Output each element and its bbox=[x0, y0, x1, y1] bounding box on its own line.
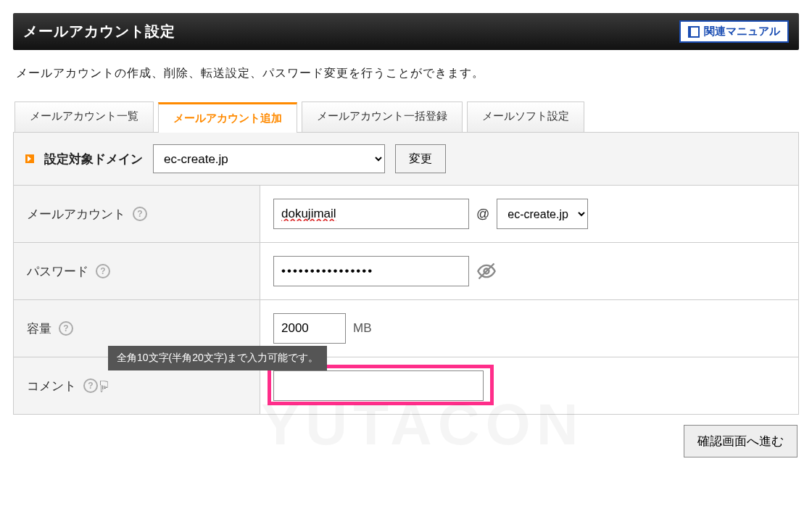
row-password: パスワード ? bbox=[14, 243, 798, 300]
target-domain-select[interactable]: ec-create.jp bbox=[153, 144, 385, 173]
comment-label: コメント bbox=[27, 378, 76, 394]
page-description: メールアカウントの作成、削除、転送設定、パスワード変更を行うことができます。 bbox=[13, 50, 799, 102]
tab-bar: メールアカウント一覧 メールアカウント追加 メールアカウント一括登録 メールソフ… bbox=[13, 102, 799, 133]
tab-mail-software[interactable]: メールソフト設定 bbox=[467, 102, 584, 132]
row-mail-account: メールアカウント ? @ ec-create.jp bbox=[14, 186, 798, 243]
tab-account-list[interactable]: メールアカウント一覧 bbox=[14, 102, 154, 132]
comment-input[interactable] bbox=[273, 370, 484, 401]
target-domain-row: 設定対象ドメイン ec-create.jp 変更 bbox=[14, 133, 798, 186]
visibility-off-icon[interactable] bbox=[476, 261, 497, 281]
help-icon[interactable]: ? bbox=[59, 321, 73, 336]
form-footer: 確認画面へ進む bbox=[13, 415, 799, 472]
page-title: メールアカウント設定 bbox=[23, 22, 175, 41]
proceed-confirm-button[interactable]: 確認画面へ進む bbox=[684, 425, 798, 457]
help-icon[interactable]: ? bbox=[96, 264, 110, 278]
tab-account-add[interactable]: メールアカウント追加 bbox=[158, 102, 297, 133]
capacity-unit: MB bbox=[353, 321, 372, 336]
help-icon[interactable]: ? bbox=[83, 378, 98, 393]
tab-account-bulk[interactable]: メールアカウント一括登録 bbox=[302, 102, 463, 132]
mail-domain-select[interactable]: ec-create.jp bbox=[497, 199, 588, 229]
related-manual-label: 関連マニュアル bbox=[704, 25, 780, 38]
at-symbol: @ bbox=[476, 207, 489, 222]
page-header: メールアカウント設定 関連マニュアル bbox=[13, 13, 799, 50]
cursor-hand-icon: ☟ bbox=[99, 378, 109, 397]
password-label: パスワード bbox=[27, 263, 88, 280]
mail-account-input[interactable] bbox=[273, 199, 469, 229]
capacity-label: 容量 bbox=[27, 320, 51, 337]
target-domain-label: 設定対象ドメイン bbox=[44, 151, 143, 167]
form-panel: 設定対象ドメイン ec-create.jp 変更 メールアカウント ? @ ec… bbox=[13, 133, 799, 415]
comment-tooltip: 全角10文字(半角20文字)まで入力可能です。 bbox=[108, 346, 327, 370]
arrow-bullet-icon bbox=[25, 154, 34, 163]
mail-account-label: メールアカウント bbox=[27, 206, 125, 223]
book-icon bbox=[688, 26, 700, 38]
related-manual-button[interactable]: 関連マニュアル bbox=[679, 20, 789, 43]
capacity-input[interactable] bbox=[273, 313, 346, 344]
help-icon[interactable]: ? bbox=[133, 207, 147, 221]
password-input[interactable] bbox=[273, 256, 469, 286]
row-comment: コメント ? ☟ 全角10文字(半角20文字)まで入力可能です。 bbox=[14, 357, 798, 414]
change-domain-button[interactable]: 変更 bbox=[395, 144, 446, 173]
